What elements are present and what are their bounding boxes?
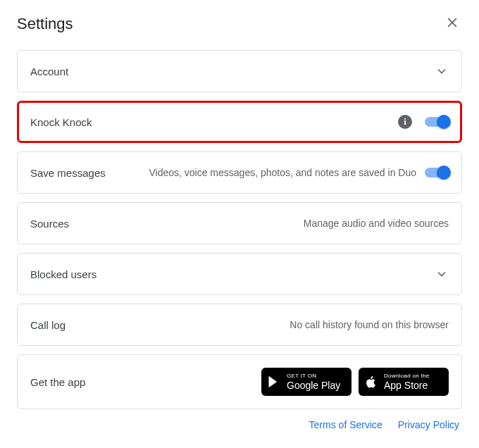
get-the-app-row: Get the app GET IT ON Google Play xyxy=(17,354,462,409)
app-store-button[interactable]: Download on the App Store xyxy=(359,368,449,396)
google-play-icon xyxy=(267,374,281,390)
app-store-small: Download on the xyxy=(384,373,430,379)
chevron-down-icon xyxy=(435,64,449,78)
blocked-users-label: Blocked users xyxy=(30,268,97,280)
get-the-app-label: Get the app xyxy=(30,376,85,388)
google-play-button[interactable]: GET IT ON Google Play xyxy=(261,368,352,396)
close-icon xyxy=(445,15,459,32)
save-messages-label: Save messages xyxy=(30,167,106,179)
settings-rows: Account Knock Knock i Save messages Vide… xyxy=(17,50,462,409)
sources-row[interactable]: Sources Manage audio and video sources xyxy=(17,202,462,244)
terms-of-service-link[interactable]: Terms of Service xyxy=(309,419,382,430)
call-log-desc: No call history found on this browser xyxy=(74,319,449,330)
settings-header: Settings xyxy=(17,13,462,35)
app-store-big: App Store xyxy=(384,380,430,390)
google-play-small: GET IT ON xyxy=(287,373,340,379)
knock-knock-label: Knock Knock xyxy=(30,116,92,128)
footer-links: Terms of Service Privacy Policy xyxy=(17,409,462,430)
account-row[interactable]: Account xyxy=(17,50,462,92)
apple-icon xyxy=(364,374,378,390)
save-messages-right: Videos, voice messages, photos, and note… xyxy=(114,167,449,178)
google-play-big: Google Play xyxy=(287,380,340,390)
account-label: Account xyxy=(30,66,68,77)
knock-knock-row: Knock Knock i xyxy=(17,101,462,143)
knock-knock-controls: i xyxy=(398,115,449,129)
call-log-label: Call log xyxy=(30,319,66,331)
sources-label: Sources xyxy=(30,218,69,230)
close-button[interactable] xyxy=(442,13,462,35)
knock-knock-toggle[interactable] xyxy=(425,117,449,127)
save-messages-row: Save messages Videos, voice messages, ph… xyxy=(17,151,462,194)
privacy-policy-link[interactable]: Privacy Policy xyxy=(398,419,459,430)
settings-panel: Settings Account Knock Knock i xyxy=(0,0,479,440)
sources-desc: Manage audio and video sources xyxy=(77,218,449,229)
save-messages-desc: Videos, voice messages, photos, and note… xyxy=(114,167,416,178)
blocked-users-row[interactable]: Blocked users xyxy=(17,253,462,295)
store-buttons: GET IT ON Google Play Download on the Ap… xyxy=(261,368,449,396)
page-title: Settings xyxy=(17,15,73,33)
call-log-row: Call log No call history found on this b… xyxy=(17,304,462,346)
save-messages-toggle[interactable] xyxy=(425,168,449,178)
chevron-down-icon xyxy=(435,267,449,281)
info-icon[interactable]: i xyxy=(398,115,412,129)
